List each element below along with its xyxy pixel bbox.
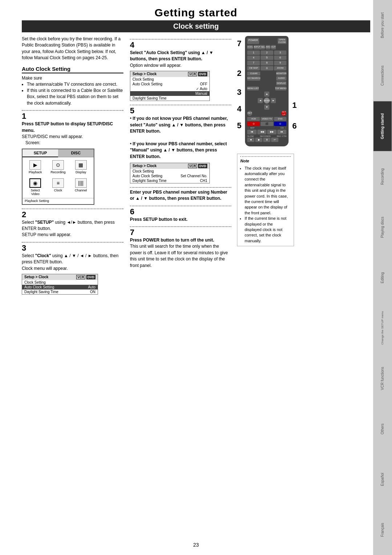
side-tab-getting-started[interactable]: Getting started [373,101,392,151]
page-number: 23 [193,542,199,548]
transport-row-1: ⏮ ◀◀ ▶▶ ⏭ [247,130,286,134]
mid-rec-btn[interactable]: ⬛ [261,122,273,126]
recording-label: Recording [50,170,66,174]
cm-skip-btn[interactable]: CM SKIP [247,66,260,70]
num-7[interactable]: 7 [247,61,260,65]
right-step-numbers-left: 7 2 3 4 5 [237,40,241,130]
menu-list-btn[interactable]: MENU LIST [247,86,259,90]
setup-bottom-label: Playback Setting [23,198,94,204]
num-0[interactable]: 0 [261,66,273,70]
display-btn[interactable]: DISPLAY [276,81,286,85]
side-tab-editing[interactable]: Editing [373,252,392,303]
clear-btn[interactable]: CLEAR [247,72,260,76]
step-5-bullet2: • If you know your PBS channel number, s… [130,141,231,160]
row-value: ✓ Auto [196,87,207,91]
dpad-up[interactable]: ▲ [264,92,269,97]
divider-1 [22,110,123,111]
mode-row: VCR VIDEO TV DVD [247,117,286,121]
note-box: Note The clock may set itself automatica… [237,154,294,246]
step-4-body: Select "Auto Clock Setting" using ▲ / ▼ … [130,50,231,69]
step-7-text: This unit will search for the time only … [130,244,228,268]
monitor-btn[interactable]: MONITOR [276,72,286,76]
num-9[interactable]: 9 [274,61,287,65]
zoom-btn[interactable]: ZOOM [274,66,287,70]
go-search-btn[interactable]: GO SEARCH [247,76,260,80]
rewind-btn[interactable]: ⏮ [247,130,257,134]
num-1[interactable]: 1 [247,50,260,55]
input-sel-btn[interactable]: INPUT SEL [254,45,265,49]
num-4[interactable]: 4 [247,56,260,60]
num-5[interactable]: 5 [261,56,273,60]
side-tab-playing-discs[interactable]: Playing discs [373,202,392,252]
num-2[interactable]: 2 [261,50,273,55]
step-enter: Enter your PBS channel number using Numb… [130,189,231,202]
clock-header-left: Setup > Clock [24,275,48,279]
dvd-rec-btn[interactable]: ⊙ [274,122,287,126]
stop-btn[interactable]: ■ [247,138,254,142]
row-value: Manual [195,92,207,96]
top-menu-btn[interactable]: TOP MENU [275,86,286,90]
side-tab-change-setup[interactable]: Change the SETUP menu [373,303,392,353]
dpad-down[interactable]: ▼ [264,105,269,110]
right-num-7: 7 [237,40,241,48]
return-btn[interactable]: RET [247,111,252,116]
step-7-mid: 7 Press POWER button to turn off the uni… [130,228,231,269]
note-bullets: The clock may set itself automatically a… [245,166,291,244]
setup-disc-screen: SETUP DISC ▶ Playback ⊙ Recording ▦ Disp… [22,149,94,205]
vcr-plus-btn[interactable]: VCR+ [247,45,253,49]
transport-row-2: ■ ▶ ⏸ ↩ [247,138,286,142]
pause-btn[interactable]: ⏸ [263,138,270,142]
right-num-6: 6 [292,122,297,130]
middle-column: 4 Select "Auto Clock Setting" using ▲ / … [127,36,234,298]
dpad-left[interactable]: ◄ [258,98,263,103]
fwd-end-btn[interactable]: ⏭ [277,130,287,134]
side-tab-vcr-functions[interactable]: VCR functions [373,353,392,404]
num-8[interactable]: 8 [261,61,273,65]
menu-row: MENU LIST TOP MENU [247,86,286,90]
fast-back-btn[interactable]: ◀◀ [257,130,267,134]
auto-row-2: Auto Clock Setting OFF [130,82,209,86]
left-mid-btns: CLEAR GO SEARCH [247,72,260,85]
dvd-mode-btn[interactable]: DVD [274,117,287,121]
auto-row-4: Manual [130,91,209,96]
side-tab-others[interactable]: Others [373,404,392,454]
step-1-bold: Press SETUP button to display SETUP/DISC… [22,121,113,133]
vcr-mode-btn[interactable]: VCR [247,117,260,121]
audio-btn[interactable]: AUDIO [276,76,286,80]
row-label: Clock Setting [24,280,46,284]
row-label: Clock Setting [132,77,154,81]
setup-btn[interactable]: SETUP [281,111,286,116]
step-7-bold: Press POWER button to turn off the unit. [130,238,214,243]
open-close-btn[interactable]: OPENCLOSE [278,38,286,44]
bullet-1: The antenna/cable TV connections are cor… [27,81,123,88]
num-3[interactable]: 3 [274,50,287,55]
row-value: Set Channel No. [181,174,207,178]
num-6[interactable]: 6 [274,56,287,60]
arc-btn[interactable]: ARC [266,45,270,49]
video-tv-btn[interactable]: VIDEO TV [261,117,273,121]
dpad-enter[interactable]: ENTER [264,98,270,104]
out-btn[interactable]: OUT [271,45,276,49]
step-3-number: 3 [22,244,123,252]
side-tab-francais[interactable]: Français [373,505,392,555]
channel-header: Setup > Clock VCR DVD [130,163,209,169]
play-btn[interactable]: ▶ [255,138,262,142]
step-5-mid: 5 • If you do not know your PBS channel … [130,107,231,183]
power-btn[interactable]: POWER [247,38,259,44]
display-icon-box: ▦ [75,160,87,170]
fwd-btn[interactable]: ↩ [271,138,278,142]
channel-screen: Setup > Clock VCR DVD Clock Setting Auto… [130,163,210,183]
row-label: Auto Clock Setting [132,82,162,86]
bullet-2: If this unit is connected to a Cable Box… [27,88,123,106]
rec-btn[interactable]: ⊙ [247,122,260,126]
step-4-text: Option window will appear. [130,63,181,68]
side-tab-espanol[interactable]: Español [373,454,392,505]
icon-playback: ▶ Playback [28,160,43,174]
dpad-right[interactable]: ► [271,98,276,103]
side-tab-before-you-start[interactable]: Before you start [373,0,392,50]
right-num-3: 3 [237,88,241,96]
side-tab-recording[interactable]: Recording [373,151,392,202]
fast-fwd-btn[interactable]: ▶▶ [267,130,277,134]
icon-select-video: ◉ SelectVideo [28,178,43,196]
side-tab-connections[interactable]: Connections [373,50,392,101]
